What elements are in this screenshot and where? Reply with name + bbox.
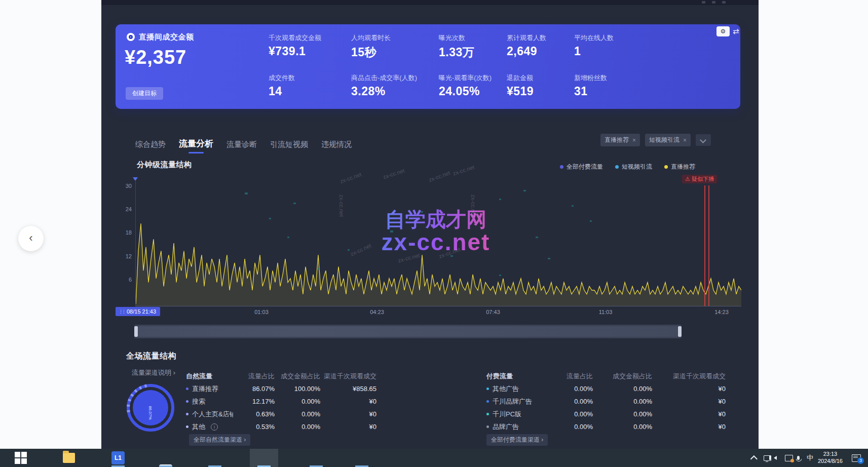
link-label: 全部自然流量渠道 <box>194 436 242 443</box>
card-settings-button[interactable]: ⚙ <box>716 26 730 36</box>
noise-speck <box>572 205 574 207</box>
table-cell: 0.00% <box>275 410 320 418</box>
ime-indicator[interactable]: 中 <box>807 449 813 467</box>
table-row-name[interactable]: 其他广告 <box>486 384 542 394</box>
legend-item-live-recommend[interactable]: 直播推荐 <box>664 163 695 171</box>
back-button[interactable]: ‹ <box>18 226 44 251</box>
app-l1-icon[interactable]: L1 <box>111 451 125 464</box>
annotation-label: 疑似下播 <box>692 176 714 182</box>
noise-speck <box>390 230 393 232</box>
noise-speck <box>590 220 592 222</box>
filter-tag-live-recommend[interactable]: 直播推荐 × <box>600 134 640 146</box>
tab-overall-trend[interactable]: 综合趋势 <box>135 140 166 152</box>
legend-dot <box>615 165 619 169</box>
microphone-icon[interactable] <box>797 449 800 467</box>
screenshot-tool-icon[interactable] <box>785 449 793 467</box>
legend-item-paid[interactable]: 全部付费流量 <box>560 163 603 171</box>
column-header: 流量占比 <box>233 372 275 381</box>
table-cell: 12.17% <box>233 398 275 405</box>
noise-speck <box>269 218 271 219</box>
start-button[interactable] <box>14 451 27 464</box>
window-top-strip <box>101 0 759 5</box>
tab-short-video[interactable]: 引流短视频 <box>270 140 308 152</box>
kpi-summary-card: 直播间成交金额 ¥2,357 创建目标 ⚙ ⇄ 千次观看成交金额 ¥739.1 … <box>116 24 740 109</box>
compare-swap-icon[interactable]: ⇄ <box>733 27 739 36</box>
range-handle-left[interactable] <box>134 326 138 337</box>
metric-value: 31 <box>574 85 588 98</box>
close-icon[interactable]: × <box>632 137 636 144</box>
create-goal-button[interactable]: 创建目标 <box>126 87 163 100</box>
table-cell: 0.00% <box>593 385 652 393</box>
range-slider-track[interactable] <box>138 326 677 337</box>
gear-icon: ⚙ <box>721 28 726 35</box>
table-cell: ¥0 <box>320 410 376 418</box>
chevron-right-icon: › <box>244 436 246 443</box>
notification-center-button[interactable]: 3 <box>852 449 861 467</box>
gmv-goal-icon <box>127 33 135 41</box>
window-control-icon[interactable] <box>702 1 705 4</box>
table-row-name[interactable]: 直播推荐 <box>186 384 233 394</box>
info-icon[interactable]: i <box>211 423 218 431</box>
stream-end-annotation[interactable]: ⚠ 疑似下播 <box>682 175 717 183</box>
traffic-line-chart[interactable] <box>136 180 741 306</box>
clock[interactable]: 23:13 2024/8/16 <box>818 449 843 467</box>
y-axis-tick: 6 <box>115 277 132 283</box>
table-row-name[interactable]: 品牌广告 <box>486 422 542 432</box>
all-paid-channels-link[interactable]: 全部付费流量渠道 › <box>486 434 548 446</box>
window-control-icon[interactable] <box>712 1 715 4</box>
filter-tag-label: 直播推荐 <box>605 136 629 144</box>
chevron-right-icon: › <box>173 369 175 376</box>
window-control-icon[interactable] <box>722 1 726 4</box>
tray-expand-button[interactable] <box>752 449 758 467</box>
row-label: 个人主页&店铺&... <box>192 410 233 419</box>
y-axis-tick: 30 <box>115 183 132 189</box>
tab-traffic-analysis[interactable]: 流量分析 <box>179 138 213 152</box>
table-cell: ¥0 <box>652 398 726 405</box>
noise-speck <box>293 203 296 204</box>
table-row-name[interactable]: 个人主页&店铺&... <box>186 410 233 419</box>
windows-taskbar: L1 中 23:13 2024/8/16 3 <box>0 449 868 467</box>
start-time-label: 08/15 21:43 <box>127 307 156 316</box>
table-cell: ¥0 <box>652 423 726 431</box>
table-row-name[interactable]: 千川品牌广告 <box>486 397 542 406</box>
legend-item-short-video[interactable]: 短视频引流 <box>615 163 652 171</box>
notification-icon: 3 <box>852 454 861 462</box>
table-cell: 0.53% <box>233 423 275 431</box>
volume-icon[interactable] <box>774 449 778 467</box>
series-dot <box>186 425 188 428</box>
full-section-title: 全场流量结构 <box>126 351 176 362</box>
column-header: 成交金额占比 <box>593 372 652 381</box>
x-axis-tick: 01:03 <box>244 309 279 315</box>
channel-help-link[interactable]: 流量渠道说明 › <box>132 368 175 377</box>
metric-value: 1 <box>574 45 581 58</box>
table-row-name[interactable]: 千川PC版 <box>486 410 542 419</box>
x-axis-tick: 11:03 <box>588 309 623 315</box>
noise-speck <box>421 211 423 213</box>
table-row-name[interactable]: 其他 i <box>186 422 233 432</box>
tray-time: 23:13 <box>818 451 843 458</box>
metric-label: 曝光次数 <box>439 33 465 43</box>
tray-date: 2024/8/16 <box>818 458 843 465</box>
row-label: 千川PC版 <box>493 410 521 419</box>
all-natural-channels-link[interactable]: 全部自然流量渠道 › <box>189 434 250 446</box>
filter-tag-short-video[interactable]: 短视频引流 × <box>645 134 691 146</box>
column-header: 渠道千次观看成交 <box>652 372 726 381</box>
x-axis-tick: 07:43 <box>475 309 511 315</box>
file-explorer-icon[interactable] <box>62 451 76 464</box>
traffic-donut-chart[interactable]: 86.07% <box>127 384 175 432</box>
row-label: 其他广告 <box>493 384 519 394</box>
paid-traffic-table: 付费流量 流量占比 成交金额占比 渠道千次观看成交 其他广告 0.00% 0.0… <box>486 370 726 433</box>
tab-traffic-diagnosis[interactable]: 流量诊断 <box>227 140 257 152</box>
chart-range-slider[interactable] <box>134 325 682 338</box>
metric-label: 千次观看成交金额 <box>269 33 321 43</box>
range-handle-right[interactable] <box>678 326 682 337</box>
close-icon[interactable]: × <box>683 137 687 144</box>
x-axis-tick: 04:23 <box>359 309 395 315</box>
filter-dropdown[interactable] <box>696 134 711 146</box>
row-label: 直播推荐 <box>192 384 218 394</box>
table-row-name[interactable]: 搜索 <box>186 397 233 406</box>
x-axis-start-badge[interactable]: ⋮⋮ 08/15 21:43 <box>116 307 160 316</box>
tab-violations[interactable]: 违规情况 <box>321 140 352 152</box>
warning-icon: ⚠ <box>685 176 690 182</box>
kpi-card-title: 直播间成交金额 <box>139 32 194 42</box>
